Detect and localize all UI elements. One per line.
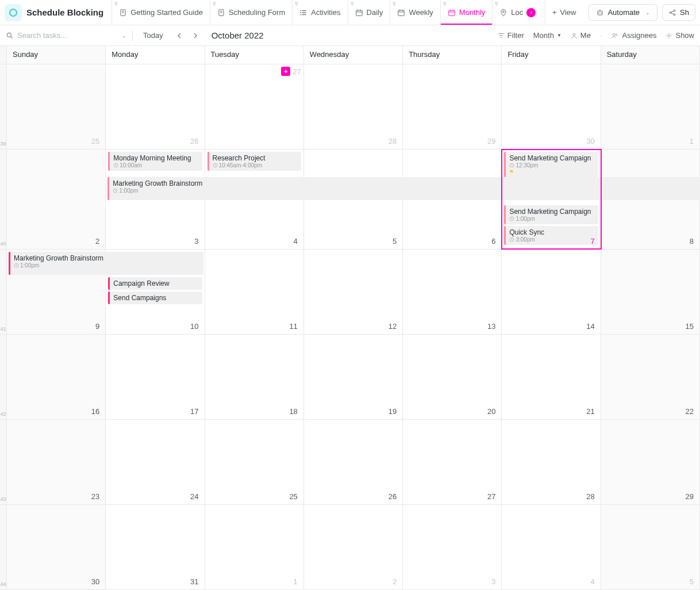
day-cell[interactable]: 17 — [106, 335, 205, 419]
event-title: Send Marketing Campaign — [509, 208, 594, 216]
day-cell[interactable]: 2 — [304, 505, 403, 589]
calendar-event[interactable]: Send Marketing Campaign12:30pm⚑ — [504, 152, 598, 177]
calendar-event[interactable]: Research Project10:45am-4:00pm — [207, 152, 301, 171]
page-title: Schedule Blocking — [26, 7, 103, 17]
day-cell[interactable]: 24 — [106, 420, 205, 504]
spanning-event[interactable]: Marketing Growth Brainstorm1:00pm — [9, 252, 203, 275]
next-month-button[interactable] — [190, 30, 201, 41]
day-cell[interactable]: 29 — [601, 420, 700, 504]
tab-scheduling-form[interactable]: ⚲Scheduling Form — [210, 0, 292, 25]
day-cell[interactable]: 26 — [106, 64, 205, 149]
calendar-event[interactable]: Marketing Growth Brainstorm1:00pm — [107, 177, 700, 200]
day-number: 25 — [91, 137, 99, 145]
day-cell[interactable]: 11 — [205, 250, 304, 334]
day-number: 19 — [389, 407, 397, 416]
day-cell[interactable]: 16 — [7, 335, 106, 419]
divider — [132, 30, 133, 41]
group-month-button[interactable]: Month ▼ — [533, 31, 561, 40]
calendar-event[interactable]: Monday Morning Meeting10:00am — [108, 152, 202, 171]
share-button[interactable]: Sh — [662, 4, 695, 21]
svg-point-10 — [301, 10, 302, 11]
calendar-event[interactable]: Send Marketing Campaign1:00pm — [504, 205, 598, 224]
event-time: 1:00pm — [509, 216, 594, 222]
tab-label: Loc — [511, 8, 523, 17]
day-cell[interactable]: 28 — [502, 420, 601, 504]
pin-icon: ⚲ — [443, 1, 447, 6]
day-cell[interactable]: 1 — [205, 505, 304, 589]
search-input[interactable] — [17, 31, 109, 40]
day-cell[interactable]: 21 — [502, 335, 601, 419]
day-cell[interactable]: 4 — [502, 505, 601, 589]
automate-button[interactable]: Automate ⌄ — [589, 4, 657, 21]
filter-button[interactable]: Filter — [498, 31, 524, 40]
app-logo[interactable] — [5, 4, 22, 21]
tab-monthly[interactable]: ⚲Monthly — [440, 0, 493, 25]
add-view-button[interactable]: + View — [545, 0, 583, 25]
svg-point-37 — [573, 33, 575, 36]
person-icon — [571, 32, 578, 39]
day-cell[interactable]: Send Marketing Campaign12:30pm⚑Send Mark… — [502, 150, 601, 249]
spanning-event[interactable]: Marketing Growth Brainstorm1:00pm — [107, 177, 700, 200]
day-cell[interactable]: 22 — [601, 335, 700, 419]
day-cell[interactable]: 25 — [7, 64, 106, 149]
calendar-event[interactable]: Send Campaigns — [108, 292, 202, 304]
day-cell[interactable]: 30 — [502, 64, 601, 149]
day-number: 27 — [487, 492, 495, 501]
svg-rect-26 — [598, 11, 602, 15]
calendar-event[interactable]: Quick Sync3:00pm — [504, 226, 598, 245]
me-button[interactable]: Me — [571, 31, 591, 40]
day-cell[interactable]: 18 — [205, 335, 304, 419]
day-cell[interactable]: 29 — [403, 64, 502, 149]
day-cell[interactable]: 14 — [502, 250, 601, 334]
event-time: 12:30pm — [509, 162, 594, 168]
day-cell[interactable]: 15 — [601, 250, 700, 334]
add-event-button[interactable]: + — [281, 67, 290, 76]
day-number: 4 — [294, 237, 298, 246]
day-cell[interactable]: 28 — [304, 64, 403, 149]
calendar-event[interactable]: Campaign Review — [108, 277, 202, 290]
chevron-down-icon[interactable]: ⌄ — [122, 33, 126, 39]
day-number: 16 — [91, 407, 99, 416]
settings-icon — [666, 32, 672, 39]
day-cell[interactable]: 5 — [601, 505, 700, 589]
tab-getting-started-guide[interactable]: ⚲Getting Started Guide — [111, 0, 210, 25]
show-button[interactable]: Show — [666, 31, 694, 40]
day-cell[interactable]: 19 — [304, 335, 403, 419]
pin-icon: ⚲ — [295, 1, 298, 6]
week-row: 4216171819202122 — [0, 335, 700, 420]
svg-point-27 — [599, 12, 600, 13]
calendar-event[interactable]: Marketing Growth Brainstorm1:00pm — [9, 252, 203, 275]
day-cell[interactable]: 25 — [205, 420, 304, 504]
day-cell[interactable]: 31 — [106, 505, 205, 589]
week-number: 43 — [0, 420, 7, 504]
svg-point-32 — [674, 14, 675, 16]
tab-daily[interactable]: ⚲Daily — [348, 0, 390, 25]
day-number: 2 — [393, 577, 397, 586]
day-cell[interactable]: 1 — [601, 64, 700, 149]
share-label: Sh — [680, 8, 689, 17]
week-number: 39 — [0, 64, 7, 149]
day-cell[interactable]: 30 — [7, 505, 106, 589]
day-cell[interactable]: +27 — [205, 64, 304, 149]
day-cell[interactable]: 13 — [403, 250, 502, 334]
tab-loc[interactable]: ⚲Loc› — [492, 0, 543, 25]
day-cell[interactable]: 2 — [7, 150, 106, 249]
day-cell[interactable]: 27 — [403, 420, 502, 504]
day-header-fri: Friday — [502, 46, 601, 64]
cal-icon — [448, 9, 456, 17]
day-cell[interactable]: 26 — [304, 420, 403, 504]
prev-month-button[interactable] — [174, 30, 185, 41]
tab-weekly[interactable]: ⚲Weekly — [390, 0, 440, 25]
today-button[interactable]: Today — [139, 31, 168, 40]
assignees-button[interactable]: Assignees — [611, 31, 656, 40]
automate-label: Automate — [607, 8, 640, 17]
day-cell[interactable]: 23 — [7, 420, 106, 504]
day-number: 3 — [194, 237, 198, 246]
tab-activities[interactable]: ⚲Activities — [292, 0, 347, 25]
day-header-mon: Monday — [106, 46, 205, 64]
day-cell[interactable]: 12 — [304, 250, 403, 334]
day-cell[interactable]: 3 — [403, 505, 502, 589]
day-number: 30 — [91, 577, 99, 586]
logo-icon — [8, 7, 18, 18]
day-cell[interactable]: 20 — [403, 335, 502, 419]
